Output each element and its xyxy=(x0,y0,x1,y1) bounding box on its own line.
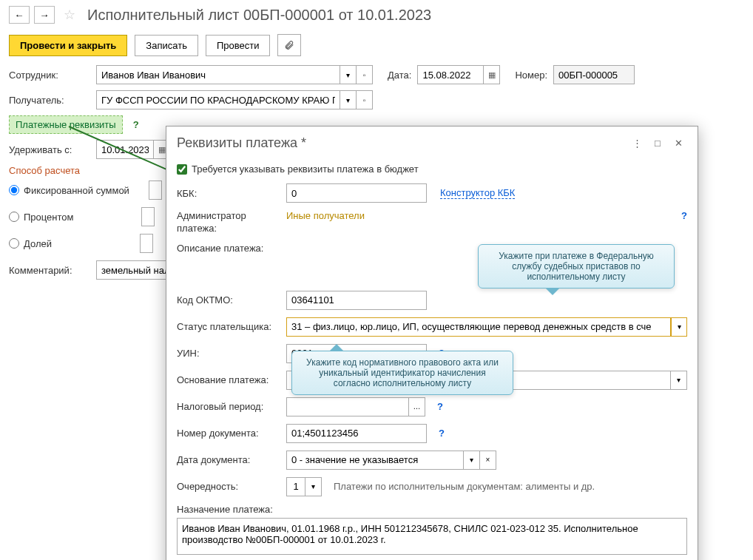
payer-status-label: Статус плательщика: xyxy=(177,321,280,332)
withhold-from-input[interactable] xyxy=(96,140,154,159)
admin-label: Администратор платежа: xyxy=(177,210,280,235)
withhold-from-label: Удерживать с: xyxy=(9,144,90,155)
employee-input[interactable] xyxy=(96,65,340,84)
modal-maximize-button[interactable]: □ xyxy=(649,134,666,152)
kbk-input[interactable] xyxy=(286,183,427,203)
purpose-textarea[interactable] xyxy=(177,518,687,555)
tax-period-label: Налоговый период: xyxy=(177,401,280,412)
recipient-input[interactable] xyxy=(96,90,340,109)
budget-checkbox-label: Требуется указывать реквизиты платежа в … xyxy=(192,163,419,175)
admin-value: Иные получатели xyxy=(286,210,365,221)
doc-number-label: Номер документа: xyxy=(177,428,280,439)
kbk-constructor-link[interactable]: Конструктор КБК xyxy=(440,187,515,199)
percent-value-input[interactable] xyxy=(141,207,155,226)
radio-percent[interactable] xyxy=(9,212,19,222)
payment-details-modal: Реквизиты платежа * ⋮ □ ✕ Требуется указ… xyxy=(166,126,698,560)
tooltip-uin: Укажите код нормативного правового акта … xyxy=(291,351,513,395)
forward-button[interactable]: → xyxy=(34,6,55,24)
calendar-icon: ▦ xyxy=(488,70,496,80)
recipient-label: Получатель: xyxy=(9,95,90,106)
radio-fixed[interactable] xyxy=(9,185,19,195)
save-button[interactable]: Записать xyxy=(135,35,198,56)
number-label: Номер: xyxy=(515,70,547,81)
page-title: Исполнительный лист 00БП-000001 от 10.01… xyxy=(87,7,431,24)
conduct-button[interactable]: Провести xyxy=(206,35,271,56)
conduct-close-button[interactable]: Провести и закрыть xyxy=(9,35,127,56)
priority-dropdown-button[interactable]: ▾ xyxy=(305,477,322,496)
kbk-label: КБК: xyxy=(177,188,280,199)
doc-date-label: Дата документа: xyxy=(177,454,280,465)
employee-dropdown-button[interactable]: ▾ xyxy=(340,65,357,84)
number-input xyxy=(553,65,635,84)
star-icon[interactable]: ☆ xyxy=(62,7,77,22)
fixed-value-input[interactable] xyxy=(149,181,162,200)
share-value-input[interactable] xyxy=(140,234,153,253)
date-label: Дата: xyxy=(388,70,411,81)
basis-label: Основание платежа: xyxy=(177,374,280,385)
basis-dropdown-button[interactable]: ▾ xyxy=(671,371,687,390)
date-calendar-button[interactable]: ▦ xyxy=(484,65,500,84)
attachment-button[interactable] xyxy=(277,34,301,56)
tax-period-input[interactable] xyxy=(286,397,409,416)
purpose-label: Назначение платежа: xyxy=(177,504,687,515)
tooltip-payer-status: Укажите при платеже в Федеральную службу… xyxy=(478,244,675,289)
doc-number-input[interactable] xyxy=(286,424,427,443)
recipient-open-button[interactable]: ▫ xyxy=(357,90,373,109)
tax-period-help-icon[interactable]: ? xyxy=(437,401,443,412)
doc-date-clear-button[interactable]: × xyxy=(480,451,496,470)
payer-status-dropdown-button[interactable]: ▾ xyxy=(671,317,687,337)
calendar-icon: ▦ xyxy=(158,145,166,155)
back-button[interactable]: ← xyxy=(9,6,30,24)
payment-details-link[interactable]: Платежные реквизиты xyxy=(9,115,123,134)
radio-share-label: Долей xyxy=(24,238,52,249)
doc-date-dropdown-button[interactable]: ▾ xyxy=(464,451,480,470)
employee-open-button[interactable]: ▫ xyxy=(357,65,373,84)
modal-title: Реквизиты платежа * xyxy=(177,135,625,151)
priority-desc: Платежи по исполнительным документам: ал… xyxy=(334,481,595,492)
paperclip-icon xyxy=(284,40,294,50)
employee-label: Сотрудник: xyxy=(9,70,90,81)
titlebar: ← → ☆ Исполнительный лист 00БП-000001 от… xyxy=(0,0,753,30)
uin-label: УИН: xyxy=(177,348,280,359)
budget-checkbox[interactable] xyxy=(177,164,187,175)
priority-input[interactable] xyxy=(286,477,305,496)
oktmo-label: Код ОКТМО: xyxy=(177,294,280,306)
comment-label: Комментарий: xyxy=(9,265,90,276)
desc-label: Описание платежа: xyxy=(177,243,280,254)
radio-fixed-label: Фиксированной суммой xyxy=(24,185,129,196)
oktmo-input[interactable] xyxy=(286,291,427,310)
date-input[interactable] xyxy=(417,65,484,84)
modal-more-button[interactable]: ⋮ xyxy=(628,134,646,152)
radio-share[interactable] xyxy=(9,238,19,249)
tax-period-more-button[interactable]: … xyxy=(409,397,425,416)
radio-percent-label: Процентом xyxy=(24,212,74,223)
priority-label: Очередность: xyxy=(177,481,280,492)
doc-date-input[interactable] xyxy=(286,451,464,470)
modal-close-button[interactable]: ✕ xyxy=(669,134,687,152)
admin-help-icon[interactable]: ? xyxy=(681,210,687,221)
payer-status-input[interactable] xyxy=(286,317,671,337)
recipient-dropdown-button[interactable]: ▾ xyxy=(340,90,357,109)
doc-number-help-icon[interactable]: ? xyxy=(439,428,445,439)
payment-details-help-icon[interactable]: ? xyxy=(133,119,139,130)
toolbar: Провести и закрыть Записать Провести xyxy=(0,30,753,65)
